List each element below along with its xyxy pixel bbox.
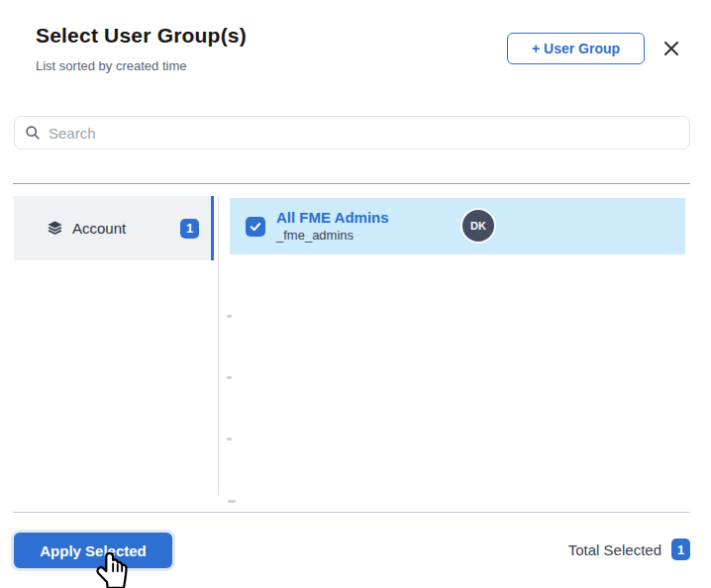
close-button[interactable] bbox=[660, 37, 683, 60]
close-icon bbox=[662, 40, 680, 57]
header-divider bbox=[13, 183, 690, 184]
add-user-group-button[interactable]: + User Group bbox=[507, 33, 645, 64]
search-input[interactable] bbox=[49, 125, 679, 142]
search-icon bbox=[25, 125, 41, 141]
layers-icon bbox=[46, 219, 64, 238]
avatar: DK bbox=[462, 210, 494, 242]
total-selected: Total Selected 1 bbox=[568, 539, 690, 560]
check-icon bbox=[249, 220, 262, 234]
sidebar-item-account[interactable]: Account 1 bbox=[14, 196, 211, 260]
sidebar-item-label: Account bbox=[72, 220, 126, 237]
apply-selected-button[interactable]: Apply Selected bbox=[14, 533, 172, 568]
group-name: All FME Admins bbox=[276, 209, 389, 227]
user-group-row[interactable]: All FME Admins _fme_admins DK bbox=[230, 198, 685, 254]
sidebar-count-badge: 1 bbox=[180, 219, 199, 239]
footer-divider bbox=[13, 512, 690, 513]
placeholder-dot bbox=[227, 376, 232, 379]
placeholder-dot bbox=[227, 438, 232, 441]
dialog-title: Select User Group(s) bbox=[36, 24, 247, 48]
sidebar-active-indicator bbox=[211, 196, 214, 260]
search-bar bbox=[14, 116, 690, 149]
total-selected-label: Total Selected bbox=[568, 541, 661, 558]
select-user-groups-dialog: Select User Group(s) List sorted by crea… bbox=[0, 0, 711, 588]
panel-divider bbox=[218, 196, 219, 495]
group-id: _fme_admins bbox=[276, 228, 389, 244]
row-checkbox[interactable] bbox=[246, 217, 265, 237]
placeholder-dot bbox=[227, 315, 232, 318]
total-selected-badge: 1 bbox=[671, 539, 690, 560]
placeholder-dot bbox=[228, 500, 236, 503]
dialog-subtitle: List sorted by created time bbox=[36, 58, 186, 73]
